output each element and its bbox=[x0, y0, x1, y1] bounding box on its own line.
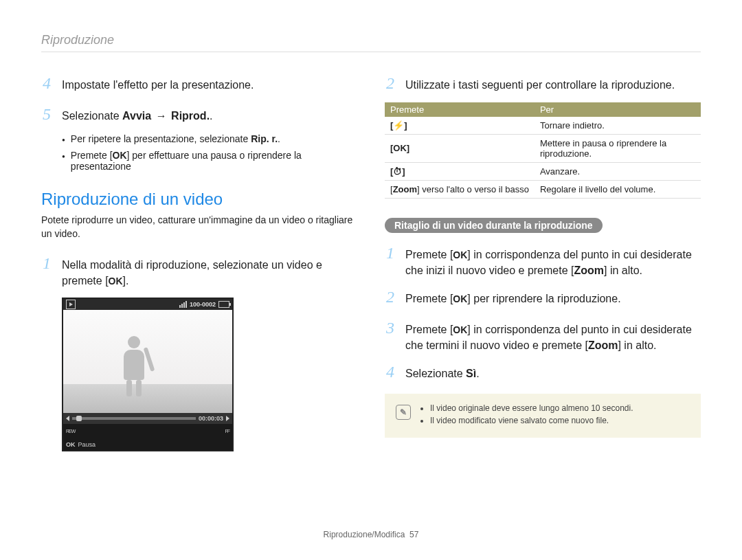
step-number: 1 bbox=[41, 251, 52, 276]
next-icon bbox=[226, 416, 229, 421]
step-text: Premete [OK] in corrispondenza del punto… bbox=[405, 322, 701, 353]
val-cell: Avanzare. bbox=[535, 162, 701, 180]
step-text: Nella modalità di riproduzione, selezion… bbox=[62, 257, 357, 289]
bold-text: Zoom bbox=[574, 265, 604, 276]
controls-table: Premete Per [⚡] Tornare indietro. [OK] M… bbox=[385, 102, 701, 199]
section-heading: Riproduzione di un video bbox=[41, 190, 357, 209]
columns: 4 Impostate l'effetto per la presentazio… bbox=[41, 71, 701, 516]
text: ] verso l'alto o verso il basso bbox=[417, 184, 529, 194]
bold-text: Riprod. bbox=[171, 110, 210, 122]
prev-icon bbox=[66, 416, 69, 421]
step-text: Selezionate Sì. bbox=[405, 366, 701, 381]
step-number: 4 bbox=[41, 71, 52, 96]
person-silhouette bbox=[124, 336, 144, 396]
text: Nella modalità di riproduzione, selezion… bbox=[62, 259, 322, 287]
table-row: [OK] Mettere in pausa o riprendere la ri… bbox=[385, 134, 701, 162]
trim-step-1: 1 Premete [OK] in corrispondenza del pun… bbox=[385, 241, 701, 278]
step-text: Utilizzate i tasti seguenti per controll… bbox=[405, 77, 701, 93]
table-row: [Zoom] verso l'alto o verso il basso Reg… bbox=[385, 180, 701, 198]
step-text: Selezionate Avvia → Riprod.. bbox=[62, 108, 357, 124]
text: ] per riprendere la riproduzione. bbox=[467, 293, 620, 304]
table-header: Per bbox=[535, 102, 701, 117]
note-box: ✎ Il video originale deve essere lungo a… bbox=[385, 394, 701, 438]
text: ] in alto. bbox=[604, 265, 642, 276]
table-header: Premete bbox=[385, 102, 535, 117]
playback-step-2: 2 Utilizzate i tasti seguenti per contro… bbox=[385, 71, 701, 96]
trim-step-2: 2 Premete [OK] per riprendere la riprodu… bbox=[385, 285, 701, 309]
note-icon: ✎ bbox=[396, 405, 411, 420]
ok-label: OK bbox=[66, 441, 76, 448]
text: Per ripetere la presentazione, seleziona… bbox=[71, 133, 251, 144]
bullet: Premete [OK] per effettuare una pausa o … bbox=[62, 150, 357, 172]
video-time: 00:00:03 bbox=[199, 415, 223, 422]
key-cell: [⚡] bbox=[385, 117, 535, 135]
right-column: 2 Utilizzate i tasti seguenti per contro… bbox=[385, 71, 701, 516]
ok-icon: OK bbox=[113, 150, 127, 161]
text: ] in alto. bbox=[618, 339, 656, 351]
text: Selezionate bbox=[405, 368, 466, 379]
ok-icon: OK bbox=[453, 248, 467, 262]
step-number: 2 bbox=[385, 71, 396, 96]
ok-icon: OK bbox=[453, 292, 467, 306]
key-cell: [OK] bbox=[385, 134, 535, 162]
step-4: 4 Impostate l'effetto per la presentazio… bbox=[41, 71, 357, 96]
step-number: 1 bbox=[385, 241, 396, 265]
play-indicator-icon bbox=[66, 300, 76, 309]
video-bottombar: REW FF bbox=[63, 424, 232, 439]
bold-text: Zoom bbox=[393, 184, 417, 194]
video-footer: OK Pausa bbox=[63, 439, 232, 450]
floor bbox=[63, 384, 232, 413]
step-text: Premete [OK] per riprendere la riproduzi… bbox=[405, 291, 701, 306]
val-cell: Mettere in pausa o riprendere la riprodu… bbox=[535, 134, 701, 162]
ok-icon: OK bbox=[109, 274, 123, 288]
sub-bullets: Per ripetere la presentazione, seleziona… bbox=[41, 133, 357, 172]
video-meta: 100-0002 bbox=[179, 301, 229, 308]
note-item: Il video modificato viene salvato come n… bbox=[430, 416, 633, 425]
video-counter: 100-0002 bbox=[190, 301, 216, 308]
text: . bbox=[278, 133, 280, 144]
bullet: Per ripetere la presentazione, seleziona… bbox=[62, 133, 357, 147]
ok-icon: OK bbox=[453, 323, 467, 337]
trim-step-3: 3 Premete [OK] in corrispondenza del pun… bbox=[385, 316, 701, 353]
table-row: [⏱] Avanzare. bbox=[385, 162, 701, 180]
step-number: 3 bbox=[385, 316, 396, 340]
text: . bbox=[476, 368, 479, 379]
breadcrumb: Riproduzione bbox=[41, 33, 701, 52]
note-item: Il video originale deve essere lungo alm… bbox=[430, 403, 633, 413]
val-cell: Regolare il livello del volume. bbox=[535, 180, 701, 198]
step-number: 5 bbox=[41, 102, 52, 126]
text: Premete [ bbox=[405, 249, 453, 260]
page-footer: Riproduzione/Modifica 57 bbox=[41, 530, 701, 539]
step-number: 4 bbox=[385, 360, 396, 384]
val-cell: Tornare indietro. bbox=[535, 117, 701, 135]
signal-icon bbox=[179, 301, 187, 308]
note-list: Il video originale deve essere lungo alm… bbox=[419, 403, 633, 428]
footer-page: 57 bbox=[409, 530, 418, 539]
ff-label: FF bbox=[225, 429, 229, 434]
video-stage bbox=[63, 310, 232, 413]
table-row: [⚡] Tornare indietro. bbox=[385, 117, 701, 135]
key-cell: [⏱] bbox=[385, 162, 535, 180]
step-text: Premete [OK] in corrispondenza del punto… bbox=[405, 247, 701, 278]
video-progress: 00:00:03 bbox=[63, 413, 232, 424]
bold-text: Zoom bbox=[588, 339, 618, 351]
bold-text: Sì bbox=[466, 368, 476, 379]
trim-step-4: 4 Selezionate Sì. bbox=[385, 360, 701, 384]
text: Premete [ bbox=[405, 293, 453, 304]
progress-handle bbox=[76, 416, 82, 421]
footer-label: Riproduzione/Modifica bbox=[324, 530, 405, 539]
video-topbar: 100-0002 bbox=[63, 299, 232, 310]
battery-icon bbox=[218, 301, 229, 308]
text: Premete [ bbox=[405, 324, 453, 335]
progress-track bbox=[72, 417, 196, 420]
pause-label: Pausa bbox=[78, 441, 96, 448]
text: Premete [ bbox=[71, 150, 113, 161]
bold-text: Avvia bbox=[122, 110, 151, 122]
video-preview: 100-0002 bbox=[62, 298, 234, 451]
text: ]. bbox=[123, 275, 129, 287]
page: Riproduzione 4 Impostate l'effetto per l… bbox=[0, 0, 742, 560]
text: . bbox=[210, 110, 212, 122]
rew-label: REW bbox=[66, 429, 75, 434]
step-5: 5 Selezionate Avvia → Riprod.. bbox=[41, 102, 357, 126]
key-cell: [Zoom] verso l'alto o verso il basso bbox=[385, 180, 535, 198]
